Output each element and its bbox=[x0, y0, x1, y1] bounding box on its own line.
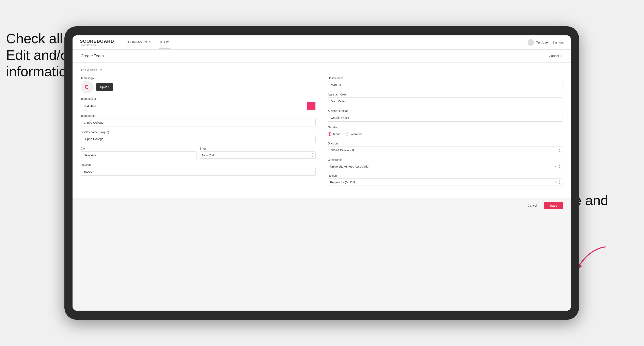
gender-mens-option[interactable]: Mens bbox=[328, 132, 340, 136]
tablet-device: SCOREBOARD Powered by clippd TOURNAMENTS… bbox=[64, 26, 579, 320]
team-logo-group: Team logo C Upload bbox=[81, 76, 316, 93]
head-coach-group: Head Coach bbox=[328, 76, 563, 89]
assistant-coach-label: Assistant Coach bbox=[328, 93, 563, 96]
nav-right: Test User | Sign out bbox=[528, 39, 564, 46]
form-area: TEAM DETAILS Team logo C Upload bbox=[72, 62, 571, 198]
team-name-label: Team name bbox=[81, 114, 316, 117]
team-colour-label: Team colour bbox=[81, 97, 316, 100]
assistant-coach-input[interactable] bbox=[328, 97, 563, 105]
avatar bbox=[528, 39, 534, 46]
zip-label: Zip code bbox=[81, 163, 316, 167]
womens-radio-dot bbox=[346, 132, 349, 136]
city-label: City bbox=[81, 147, 196, 150]
conference-value: University Athletic Association bbox=[330, 165, 554, 168]
team-name-group: Team name bbox=[81, 114, 316, 127]
form-footer: Cancel Save bbox=[72, 198, 571, 213]
logo-row: C Upload bbox=[81, 81, 316, 93]
user-label: Test User | bbox=[536, 41, 550, 44]
nav-tournaments[interactable]: TOURNAMENTS bbox=[126, 36, 151, 49]
athletic-director-input[interactable] bbox=[328, 114, 563, 122]
conference-select[interactable]: University Athletic Association ✕ ▲ ▼ bbox=[328, 163, 563, 170]
city-state-row: City State New York ✕ ▲ bbox=[81, 147, 316, 159]
logo-preview: C bbox=[81, 81, 93, 93]
assistant-coach-group: Assistant Coach bbox=[328, 93, 563, 105]
team-colour-group: Team colour bbox=[81, 97, 316, 110]
city-input[interactable] bbox=[81, 151, 196, 159]
cancel-close-button[interactable]: Cancel ✕ bbox=[549, 54, 563, 58]
logo-sub: Powered by clippd bbox=[80, 44, 114, 46]
upload-button[interactable]: Upload bbox=[96, 83, 113, 91]
logo-scoreboard: SCOREBOARD bbox=[80, 39, 114, 44]
womens-label: Womens bbox=[351, 132, 362, 136]
form-right-col: Head Coach Assistant Coach Athletic Dire… bbox=[328, 76, 563, 190]
city-state-group: City State New York ✕ ▲ bbox=[81, 147, 316, 159]
zip-input[interactable] bbox=[81, 168, 316, 176]
gender-label: Gender bbox=[328, 126, 563, 129]
region-group: Region Region II - (M) DIII ✕ ▲ ▼ bbox=[328, 174, 563, 186]
zip-group: Zip code bbox=[81, 163, 316, 176]
team-name-input[interactable] bbox=[81, 119, 316, 127]
state-group: State New York ✕ ▲ ▼ bbox=[200, 147, 316, 159]
region-select[interactable]: Region II - (M) DIII ✕ ▲ ▼ bbox=[328, 178, 563, 186]
sign-out-link[interactable]: Sign out bbox=[552, 41, 564, 44]
tablet-screen: SCOREBOARD Powered by clippd TOURNAMENTS… bbox=[72, 35, 571, 311]
conference-label: Conference bbox=[328, 158, 563, 162]
save-button[interactable]: Save bbox=[544, 202, 563, 209]
cancel-label: Cancel bbox=[549, 54, 559, 58]
main-content: Create Team Cancel ✕ TEAM DETAILS Team l… bbox=[72, 50, 571, 311]
nav-teams[interactable]: TEAMS bbox=[159, 36, 170, 49]
logo-letter: C bbox=[85, 84, 89, 90]
form-grid: Team logo C Upload Team colour bbox=[81, 76, 563, 190]
region-label: Region bbox=[328, 174, 563, 177]
state-label: State bbox=[200, 147, 316, 150]
division-label: Division bbox=[328, 142, 563, 145]
team-logo-label: Team logo bbox=[81, 76, 316, 80]
cancel-button[interactable]: Cancel bbox=[524, 202, 541, 209]
form-left-col: Team logo C Upload Team colour bbox=[81, 76, 316, 190]
state-chevrons-icon: ▲ ▼ bbox=[311, 153, 314, 157]
close-icon: ✕ bbox=[560, 54, 563, 58]
state-select[interactable]: New York ✕ ▲ ▼ bbox=[200, 151, 316, 159]
region-chevrons-icon: ▲ ▼ bbox=[558, 180, 560, 184]
gender-radio-group: Mens Womens bbox=[328, 130, 563, 138]
display-name-group: Display name (unique) bbox=[81, 131, 316, 143]
conference-group: Conference University Athletic Associati… bbox=[328, 158, 563, 170]
navbar: SCOREBOARD Powered by clippd TOURNAMENTS… bbox=[72, 35, 571, 50]
color-swatch[interactable] bbox=[307, 102, 316, 110]
region-clear-icon[interactable]: ✕ bbox=[554, 180, 557, 184]
state-clear-icon[interactable]: ✕ bbox=[307, 153, 310, 157]
color-text-input[interactable] bbox=[81, 102, 307, 110]
create-team-header: Create Team Cancel ✕ bbox=[72, 50, 571, 62]
logo-area: SCOREBOARD Powered by clippd bbox=[80, 39, 114, 46]
division-select[interactable]: NCAA Division III bbox=[328, 146, 563, 154]
city-group: City bbox=[81, 147, 196, 159]
gender-group: Gender Mens Womens bbox=[328, 126, 563, 138]
conference-chevrons-icon: ▲ ▼ bbox=[558, 164, 560, 169]
section-label: TEAM DETAILS bbox=[81, 69, 563, 72]
athletic-director-label: Athletic Director bbox=[328, 109, 563, 113]
page-title: Create Team bbox=[81, 54, 104, 58]
display-name-input[interactable] bbox=[81, 135, 316, 143]
division-select-wrapper: NCAA Division III ▲ ▼ bbox=[328, 146, 563, 154]
gender-womens-option[interactable]: Womens bbox=[346, 132, 362, 136]
head-coach-input[interactable] bbox=[328, 81, 563, 89]
nav-links: TOURNAMENTS TEAMS bbox=[126, 36, 528, 49]
mens-label: Mens bbox=[333, 132, 340, 136]
athletic-director-group: Athletic Director bbox=[328, 109, 563, 122]
division-group: Division NCAA Division III ▲ ▼ bbox=[328, 142, 563, 154]
state-value: New York bbox=[202, 153, 307, 157]
mens-radio-dot bbox=[328, 132, 332, 136]
color-input-row bbox=[81, 102, 316, 110]
conference-clear-icon[interactable]: ✕ bbox=[554, 165, 557, 168]
region-value: Region II - (M) DIII bbox=[330, 180, 554, 184]
head-coach-label: Head Coach bbox=[328, 76, 563, 80]
display-name-label: Display name (unique) bbox=[81, 131, 316, 134]
